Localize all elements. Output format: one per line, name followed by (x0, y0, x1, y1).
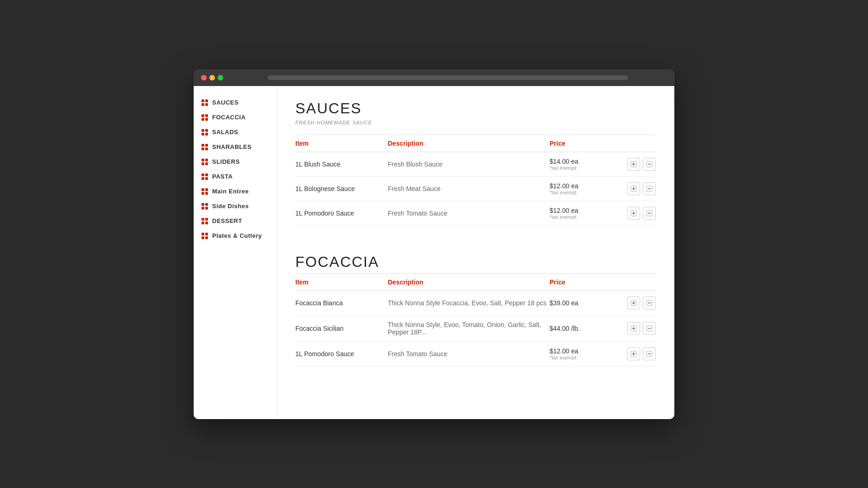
section-sauces: SAUCESFRESH HOMEMADE SAUCEItemDescriptio… (295, 100, 656, 226)
sidebar-label-sharables: SHARABLES (212, 143, 251, 150)
svg-rect-13 (205, 144, 208, 147)
svg-rect-4 (202, 114, 204, 117)
svg-rect-10 (202, 133, 204, 136)
sidebar-item-salads[interactable]: SALADS (194, 125, 276, 140)
row-description: Fresh Tomato Sauce (388, 341, 550, 366)
browser-chrome (194, 69, 674, 86)
svg-rect-0 (202, 99, 204, 102)
svg-rect-11 (205, 133, 208, 136)
row-actions (623, 152, 656, 176)
table-row: 1L Blush SauceFresh Blush Sauce$14.00 ea… (295, 152, 656, 176)
row-price: $44.00 /lb. (550, 315, 623, 341)
svg-rect-32 (202, 218, 204, 221)
add-item-button[interactable] (627, 322, 640, 335)
section-subtitle-sauces: FRESH HOMEMADE SAUCE (295, 120, 656, 125)
sidebar-item-sauces[interactable]: SAUCES (194, 95, 276, 110)
col-header-actions-sauces (623, 135, 656, 152)
minus-icon (646, 161, 653, 167)
sidebar: SAUCES FOCACCIA SALADS SHARABLES SLIDERS (194, 86, 277, 419)
remove-item-button[interactable] (643, 322, 656, 335)
col-header-desc-focaccia: Description (388, 274, 550, 291)
table-row: Focaccia BiancaThick Nonna Style Focacci… (295, 290, 656, 315)
remove-item-button[interactable] (643, 158, 656, 171)
sidebar-item-focaccia[interactable]: FOCACCIA (194, 110, 276, 125)
svg-rect-15 (205, 148, 208, 150)
svg-rect-36 (202, 233, 204, 235)
close-button[interactable] (201, 75, 207, 80)
row-price: $12.00 ea*tax exempt (550, 201, 623, 225)
minimize-button[interactable] (209, 75, 215, 80)
sidebar-label-plates-cutlery: Plates & Cutlery (212, 232, 262, 239)
svg-rect-5 (205, 114, 208, 117)
grid-icon (201, 217, 208, 225)
remove-item-button[interactable] (643, 182, 656, 195)
row-actions (623, 176, 656, 201)
sidebar-label-focaccia: FOCACCIA (212, 114, 246, 121)
col-header-item-sauces: Item (295, 135, 388, 152)
section-focaccia: FOCACCIAItemDescriptionPriceFocaccia Bia… (295, 253, 656, 366)
grid-icon (201, 188, 208, 195)
svg-rect-21 (205, 173, 208, 176)
sidebar-label-sliders: SLIDERS (212, 158, 240, 165)
remove-item-button[interactable] (643, 347, 656, 360)
minus-icon (646, 300, 653, 306)
col-header-item-focaccia: Item (295, 274, 388, 291)
sidebar-item-main-entree[interactable]: Main Entree (194, 184, 276, 199)
sidebar-label-main-entree: Main Entree (212, 188, 249, 195)
sidebar-item-sliders[interactable]: SLIDERS (194, 154, 276, 169)
svg-rect-33 (205, 218, 208, 221)
svg-rect-9 (205, 129, 208, 132)
address-bar[interactable] (268, 75, 628, 80)
sidebar-item-sharables[interactable]: SHARABLES (194, 140, 276, 154)
tax-note: *tax exempt (550, 214, 623, 220)
add-item-button[interactable] (627, 158, 640, 171)
price-value: $39.00 ea (550, 299, 623, 307)
sidebar-label-pasta: PASTA (212, 173, 233, 180)
grid-icon (201, 114, 208, 121)
grid-icon (201, 232, 208, 240)
tax-note: *tax exempt (550, 355, 623, 360)
table-focaccia: ItemDescriptionPriceFocaccia BiancaThick… (295, 274, 656, 366)
row-price: $39.00 ea (550, 290, 623, 315)
row-description: Thick Nonna Style Focaccia, Evoo, Salt, … (388, 290, 550, 315)
sidebar-item-plates-cutlery[interactable]: Plates & Cutlery (194, 229, 276, 243)
sidebar-label-salads: SALADS (212, 129, 238, 136)
add-item-button[interactable] (627, 182, 640, 195)
tax-note: *tax exempt (550, 190, 623, 195)
add-item-button[interactable] (627, 297, 640, 309)
grid-icon (201, 143, 208, 151)
svg-rect-26 (202, 192, 204, 195)
section-title-focaccia: FOCACCIA (295, 253, 656, 271)
svg-rect-22 (202, 177, 204, 180)
row-description: Fresh Blush Sauce (388, 152, 550, 176)
row-item-name: Focaccia Bianca (295, 290, 388, 315)
svg-rect-30 (202, 207, 204, 210)
svg-rect-18 (202, 162, 204, 165)
svg-rect-6 (202, 118, 204, 121)
browser-content: SAUCES FOCACCIA SALADS SHARABLES SLIDERS (194, 86, 674, 419)
svg-rect-23 (205, 177, 208, 180)
sidebar-item-dessert[interactable]: DESSERT (194, 214, 276, 229)
add-item-button[interactable] (627, 347, 640, 360)
sidebar-label-dessert: DESSERT (212, 217, 242, 224)
grid-icon (201, 158, 208, 166)
traffic-lights (201, 75, 223, 80)
sidebar-item-side-dishes[interactable]: Side Dishes (194, 199, 276, 214)
minus-icon (646, 185, 653, 192)
plus-icon (630, 300, 637, 306)
add-item-button[interactable] (627, 207, 640, 220)
remove-item-button[interactable] (643, 207, 656, 220)
grid-icon (201, 129, 208, 136)
table-row: 1L Bolognese SauceFresh Meat Sauce$12.00… (295, 176, 656, 201)
plus-icon (630, 161, 637, 167)
maximize-button[interactable] (218, 75, 223, 80)
svg-rect-29 (205, 203, 208, 206)
table-row: Focaccia SicilianThick Nonna Style, Evoo… (295, 315, 656, 341)
row-actions (623, 315, 656, 341)
remove-item-button[interactable] (643, 297, 656, 309)
price-value: $44.00 /lb. (550, 325, 623, 332)
sidebar-item-pasta[interactable]: PASTA (194, 169, 276, 184)
svg-rect-20 (202, 173, 204, 176)
svg-rect-7 (205, 118, 208, 121)
row-item-name: Focaccia Sicilian (295, 315, 388, 341)
